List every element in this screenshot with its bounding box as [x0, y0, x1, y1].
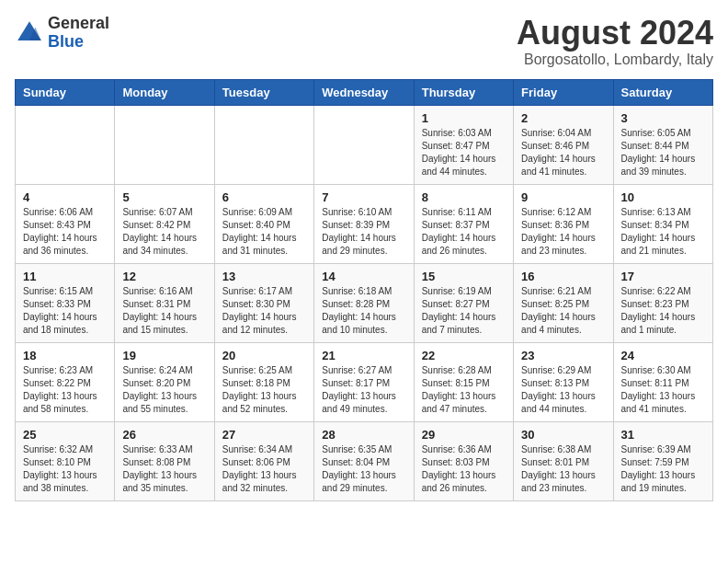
weekday-header-thursday: Thursday — [414, 79, 513, 105]
day-info: Sunrise: 6:25 AM Sunset: 8:18 PM Dayligh… — [222, 364, 306, 416]
day-info: Sunrise: 6:16 AM Sunset: 8:31 PM Dayligh… — [122, 285, 206, 337]
day-number: 19 — [122, 349, 206, 362]
day-number: 8 — [422, 190, 506, 204]
day-number: 14 — [322, 270, 405, 283]
title-block: August 2024 Borgosatollo, Lombardy, Ital… — [517, 15, 713, 68]
logo: General Blue — [15, 15, 109, 52]
calendar-cell: 7Sunrise: 6:10 AM Sunset: 8:39 PM Daylig… — [314, 184, 414, 263]
calendar-week-1: 1Sunrise: 6:03 AM Sunset: 8:47 PM Daylig… — [16, 105, 713, 184]
day-info: Sunrise: 6:35 AM Sunset: 8:04 PM Dayligh… — [322, 443, 405, 495]
calendar-cell: 5Sunrise: 6:07 AM Sunset: 8:42 PM Daylig… — [115, 184, 214, 263]
day-number: 6 — [222, 190, 306, 204]
location: Borgosatollo, Lombardy, Italy — [517, 52, 713, 68]
calendar-cell: 15Sunrise: 6:19 AM Sunset: 8:27 PM Dayli… — [414, 263, 513, 342]
day-info: Sunrise: 6:28 AM Sunset: 8:15 PM Dayligh… — [422, 364, 506, 416]
day-info: Sunrise: 6:36 AM Sunset: 8:03 PM Dayligh… — [422, 443, 506, 495]
day-info: Sunrise: 6:29 AM Sunset: 8:13 PM Dayligh… — [521, 364, 605, 416]
calendar-cell: 26Sunrise: 6:33 AM Sunset: 8:08 PM Dayli… — [115, 421, 214, 500]
day-number: 11 — [23, 270, 107, 283]
day-number: 29 — [422, 428, 506, 442]
month-year: August 2024 — [517, 15, 713, 52]
day-number: 13 — [222, 270, 306, 283]
calendar-cell: 1Sunrise: 6:03 AM Sunset: 8:47 PM Daylig… — [414, 105, 513, 184]
day-number: 3 — [621, 111, 705, 125]
calendar-cell: 29Sunrise: 6:36 AM Sunset: 8:03 PM Dayli… — [414, 421, 513, 500]
day-number: 17 — [621, 270, 705, 283]
calendar-cell: 2Sunrise: 6:04 AM Sunset: 8:46 PM Daylig… — [514, 105, 613, 184]
weekday-header-monday: Monday — [115, 79, 214, 105]
day-number: 10 — [621, 190, 705, 204]
calendar-header: SundayMondayTuesdayWednesdayThursdayFrid… — [16, 79, 713, 105]
calendar-cell — [314, 105, 414, 184]
day-number: 15 — [422, 270, 506, 283]
day-info: Sunrise: 6:09 AM Sunset: 8:40 PM Dayligh… — [222, 206, 306, 258]
day-info: Sunrise: 6:13 AM Sunset: 8:34 PM Dayligh… — [621, 206, 705, 258]
day-number: 2 — [521, 111, 605, 125]
day-info: Sunrise: 6:12 AM Sunset: 8:36 PM Dayligh… — [521, 206, 605, 258]
calendar-cell: 30Sunrise: 6:38 AM Sunset: 8:01 PM Dayli… — [514, 421, 613, 500]
logo-text: General Blue — [48, 15, 109, 52]
logo-icon — [15, 18, 44, 48]
day-info: Sunrise: 6:21 AM Sunset: 8:25 PM Dayligh… — [521, 285, 605, 337]
calendar-cell: 3Sunrise: 6:05 AM Sunset: 8:44 PM Daylig… — [613, 105, 712, 184]
day-number: 28 — [322, 428, 405, 442]
day-info: Sunrise: 6:11 AM Sunset: 8:37 PM Dayligh… — [422, 206, 506, 258]
day-number: 7 — [322, 190, 405, 204]
day-number: 31 — [621, 428, 705, 442]
calendar-cell: 6Sunrise: 6:09 AM Sunset: 8:40 PM Daylig… — [214, 184, 313, 263]
day-info: Sunrise: 6:18 AM Sunset: 8:28 PM Dayligh… — [322, 285, 405, 337]
weekday-header-friday: Friday — [514, 79, 613, 105]
day-number: 21 — [322, 349, 405, 362]
calendar-cell: 28Sunrise: 6:35 AM Sunset: 8:04 PM Dayli… — [314, 421, 414, 500]
day-number: 26 — [122, 428, 206, 442]
day-info: Sunrise: 6:23 AM Sunset: 8:22 PM Dayligh… — [23, 364, 107, 416]
day-info: Sunrise: 6:34 AM Sunset: 8:06 PM Dayligh… — [222, 443, 306, 495]
calendar-cell: 19Sunrise: 6:24 AM Sunset: 8:20 PM Dayli… — [115, 342, 214, 421]
day-info: Sunrise: 6:32 AM Sunset: 8:10 PM Dayligh… — [23, 443, 107, 495]
day-number: 9 — [521, 190, 605, 204]
calendar-cell: 16Sunrise: 6:21 AM Sunset: 8:25 PM Dayli… — [514, 263, 613, 342]
weekday-header-wednesday: Wednesday — [314, 79, 414, 105]
calendar-cell — [115, 105, 214, 184]
calendar-week-4: 18Sunrise: 6:23 AM Sunset: 8:22 PM Dayli… — [16, 342, 713, 421]
calendar-cell: 25Sunrise: 6:32 AM Sunset: 8:10 PM Dayli… — [16, 421, 115, 500]
day-number: 12 — [122, 270, 206, 283]
day-info: Sunrise: 6:03 AM Sunset: 8:47 PM Dayligh… — [422, 127, 506, 178]
day-info: Sunrise: 6:07 AM Sunset: 8:42 PM Dayligh… — [122, 206, 206, 258]
day-info: Sunrise: 6:33 AM Sunset: 8:08 PM Dayligh… — [122, 443, 206, 495]
day-info: Sunrise: 6:19 AM Sunset: 8:27 PM Dayligh… — [422, 285, 506, 337]
calendar-week-5: 25Sunrise: 6:32 AM Sunset: 8:10 PM Dayli… — [16, 421, 713, 500]
weekday-header-row: SundayMondayTuesdayWednesdayThursdayFrid… — [16, 79, 713, 105]
day-number: 20 — [222, 349, 306, 362]
calendar-cell: 12Sunrise: 6:16 AM Sunset: 8:31 PM Dayli… — [115, 263, 214, 342]
calendar-cell: 13Sunrise: 6:17 AM Sunset: 8:30 PM Dayli… — [214, 263, 313, 342]
day-info: Sunrise: 6:22 AM Sunset: 8:23 PM Dayligh… — [621, 285, 705, 337]
day-info: Sunrise: 6:24 AM Sunset: 8:20 PM Dayligh… — [122, 364, 206, 416]
day-number: 24 — [621, 349, 705, 362]
calendar-cell: 23Sunrise: 6:29 AM Sunset: 8:13 PM Dayli… — [514, 342, 613, 421]
day-info: Sunrise: 6:17 AM Sunset: 8:30 PM Dayligh… — [222, 285, 306, 337]
calendar-cell: 17Sunrise: 6:22 AM Sunset: 8:23 PM Dayli… — [613, 263, 712, 342]
calendar-cell: 20Sunrise: 6:25 AM Sunset: 8:18 PM Dayli… — [214, 342, 313, 421]
day-number: 27 — [222, 428, 306, 442]
day-info: Sunrise: 6:15 AM Sunset: 8:33 PM Dayligh… — [23, 285, 107, 337]
day-info: Sunrise: 6:39 AM Sunset: 7:59 PM Dayligh… — [621, 443, 705, 495]
calendar-cell: 22Sunrise: 6:28 AM Sunset: 8:15 PM Dayli… — [414, 342, 513, 421]
day-info: Sunrise: 6:30 AM Sunset: 8:11 PM Dayligh… — [621, 364, 705, 416]
calendar-cell: 8Sunrise: 6:11 AM Sunset: 8:37 PM Daylig… — [414, 184, 513, 263]
day-info: Sunrise: 6:04 AM Sunset: 8:46 PM Dayligh… — [521, 127, 605, 178]
page-header: General Blue August 2024 Borgosatollo, L… — [15, 15, 713, 68]
calendar-cell: 9Sunrise: 6:12 AM Sunset: 8:36 PM Daylig… — [514, 184, 613, 263]
day-number: 30 — [521, 428, 605, 442]
day-info: Sunrise: 6:27 AM Sunset: 8:17 PM Dayligh… — [322, 364, 405, 416]
weekday-header-sunday: Sunday — [16, 79, 115, 105]
day-number: 18 — [23, 349, 107, 362]
calendar-cell — [16, 105, 115, 184]
calendar-cell: 18Sunrise: 6:23 AM Sunset: 8:22 PM Dayli… — [16, 342, 115, 421]
calendar-table: SundayMondayTuesdayWednesdayThursdayFrid… — [15, 79, 713, 501]
day-number: 5 — [122, 190, 206, 204]
calendar-cell: 31Sunrise: 6:39 AM Sunset: 7:59 PM Dayli… — [613, 421, 712, 500]
calendar-cell: 27Sunrise: 6:34 AM Sunset: 8:06 PM Dayli… — [214, 421, 313, 500]
calendar-cell: 11Sunrise: 6:15 AM Sunset: 8:33 PM Dayli… — [16, 263, 115, 342]
day-info: Sunrise: 6:38 AM Sunset: 8:01 PM Dayligh… — [521, 443, 605, 495]
